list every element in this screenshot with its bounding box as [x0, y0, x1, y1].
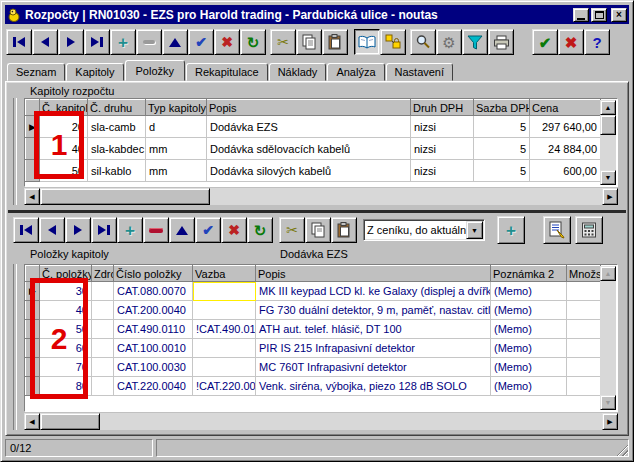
left-splitter[interactable]: [13, 98, 17, 205]
dropdown-arrow-icon[interactable]: ▼: [466, 221, 483, 239]
refresh-button[interactable]: ↻: [240, 29, 266, 55]
cell[interactable]: 5: [474, 160, 530, 182]
items-vertical-scrollbar[interactable]: ▲ ▼: [600, 266, 616, 410]
cell[interactable]: [92, 282, 114, 301]
maximize-button[interactable]: [591, 8, 607, 22]
cell[interactable]: (Memo): [491, 377, 567, 396]
tab-naklady[interactable]: Náklady: [269, 63, 327, 81]
cell[interactable]: sla-kabdec: [88, 138, 146, 160]
cell[interactable]: MK III keypad LCD kl. ke Galaxy (displej…: [256, 282, 491, 301]
col-header[interactable]: Cena: [530, 100, 601, 116]
col-header[interactable]: Druh DPH: [411, 100, 474, 116]
search-button[interactable]: [410, 29, 436, 55]
items-last-button[interactable]: [91, 217, 117, 243]
calculator-button[interactable]: [575, 216, 603, 244]
cell[interactable]: [567, 339, 601, 358]
cell[interactable]: [567, 282, 601, 301]
col-header[interactable]: Zdroj: [92, 266, 114, 282]
scroll-down-button[interactable]: ▼: [600, 170, 616, 185]
scroll-up-button[interactable]: ▲: [600, 266, 616, 281]
cell[interactable]: [567, 320, 601, 339]
cell[interactable]: [92, 320, 114, 339]
cell[interactable]: sil-kablo: [88, 160, 146, 182]
settings-button[interactable]: ⚙: [436, 29, 462, 55]
cell[interactable]: nizsi: [411, 138, 474, 160]
cell[interactable]: 5: [474, 116, 530, 138]
edit-document-button[interactable]: [543, 216, 571, 244]
scroll-up-button[interactable]: ▲: [600, 100, 616, 115]
tab-analyza[interactable]: Analýza: [327, 63, 384, 81]
cell[interactable]: [92, 301, 114, 320]
cell[interactable]: 5: [474, 138, 530, 160]
items-prior-button[interactable]: [39, 217, 65, 243]
cell[interactable]: !CAT.220.00: [193, 377, 256, 396]
cell[interactable]: [193, 301, 256, 320]
lock-button[interactable]: [380, 29, 406, 55]
cell[interactable]: sla-camb: [88, 116, 146, 138]
tab-nastaveni[interactable]: Nastavení: [386, 63, 454, 81]
items-cut-button[interactable]: ✂: [279, 217, 305, 243]
scroll-right-button[interactable]: ▶: [602, 188, 618, 205]
insert-record-button[interactable]: +: [110, 29, 136, 55]
add-from-pricelist-button[interactable]: +: [497, 216, 525, 244]
cell[interactable]: Dodávka EZS: [207, 116, 411, 138]
items-horizontal-scrollbar[interactable]: ◀ ▶: [24, 413, 618, 430]
items-paste-button[interactable]: [331, 217, 357, 243]
cell[interactable]: [92, 358, 114, 377]
items-refresh-button[interactable]: ↻: [247, 217, 273, 243]
cell[interactable]: ATH aut. telef. hlásič, DT 100: [256, 320, 491, 339]
close-button[interactable]: ×: [611, 8, 627, 22]
scroll-thumb[interactable]: [40, 413, 100, 430]
cell[interactable]: FG 730 duální detektor, 9 m, paměť, nast…: [256, 301, 491, 320]
tab-seznam[interactable]: Seznam: [7, 63, 65, 81]
cell[interactable]: 600,00: [530, 160, 601, 182]
cell[interactable]: CAT.220.0040: [114, 377, 193, 396]
insert-mode-dropdown[interactable]: Z ceníku, do aktuáln ▼: [363, 219, 485, 241]
first-record-button[interactable]: [6, 29, 32, 55]
chapters-vertical-scrollbar[interactable]: ▲ ▼: [600, 100, 616, 185]
cell[interactable]: Venk. siréna, výbojka, piezo 128 dB SOLO: [256, 377, 491, 396]
items-delete-button[interactable]: [143, 217, 169, 243]
cell[interactable]: 297 640,00: [530, 116, 601, 138]
cell[interactable]: Dodávka sdělovacích kabelů: [207, 138, 411, 160]
cell[interactable]: mm: [146, 138, 207, 160]
items-first-button[interactable]: [13, 217, 39, 243]
cell[interactable]: PIR IS 215 Infrapasivní detektor: [256, 339, 491, 358]
minimize-button[interactable]: [573, 8, 589, 22]
cancel-record-button[interactable]: ✖: [214, 29, 240, 55]
cell[interactable]: CAT.080.0070: [114, 282, 193, 301]
cell[interactable]: nizsi: [411, 116, 474, 138]
items-next-button[interactable]: [65, 217, 91, 243]
last-record-button[interactable]: [84, 29, 110, 55]
scroll-right-button[interactable]: ▶: [602, 413, 618, 430]
print-button[interactable]: [488, 29, 514, 55]
edit-record-button[interactable]: [162, 29, 188, 55]
chapters-horizontal-scrollbar[interactable]: ◀ ▶: [24, 188, 618, 205]
cell[interactable]: (Memo): [491, 358, 567, 377]
cell[interactable]: d: [146, 116, 207, 138]
tab-polozky[interactable]: Položky: [125, 60, 186, 81]
paste-button[interactable]: [322, 29, 348, 55]
ok-button[interactable]: ✔: [532, 29, 558, 55]
cell[interactable]: (Memo): [491, 282, 567, 301]
col-header[interactable]: Popis: [207, 100, 411, 116]
tab-rekapitulace[interactable]: Rekapitulace: [186, 63, 268, 81]
close-window-button[interactable]: ✖: [558, 29, 584, 55]
items-post-button[interactable]: ✔: [195, 217, 221, 243]
scroll-left-button[interactable]: ◀: [24, 413, 40, 430]
resize-grip[interactable]: [615, 443, 628, 456]
cell[interactable]: CAT.200.0040: [114, 301, 193, 320]
col-header[interactable]: Poznámka 2: [491, 266, 567, 282]
prior-record-button[interactable]: [32, 29, 58, 55]
col-header[interactable]: Číslo položky: [114, 266, 193, 282]
cell[interactable]: [567, 358, 601, 377]
cell[interactable]: CAT.100.0030: [114, 358, 193, 377]
catalog-book-button[interactable]: [354, 29, 380, 55]
col-header[interactable]: Popis: [256, 266, 491, 282]
left-splitter[interactable]: [13, 264, 17, 430]
filter-button[interactable]: [462, 29, 488, 55]
cell[interactable]: (Memo): [491, 339, 567, 358]
cell[interactable]: Dodávka silových kabelů: [207, 160, 411, 182]
scroll-left-button[interactable]: ◀: [24, 188, 40, 205]
scroll-down-button[interactable]: ▼: [600, 395, 616, 410]
